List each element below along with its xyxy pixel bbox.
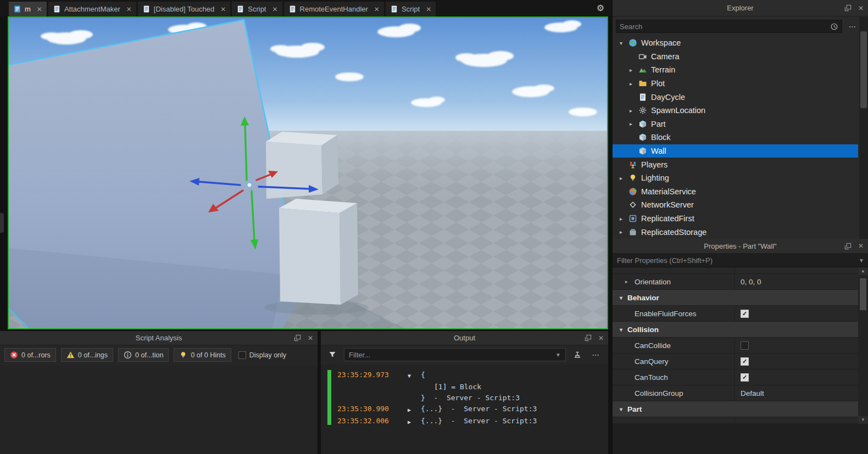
tab-close-icon[interactable]: ✕ [426, 5, 431, 13]
output-filter-combo[interactable]: Filter... ▼ [344, 348, 566, 361]
analysis-filter-button-warning[interactable]: 0 of...ings [61, 348, 113, 362]
more-options-icon[interactable]: ⋯ [589, 348, 603, 361]
tab-close-icon[interactable]: ✕ [37, 5, 42, 13]
tree-item-plot[interactable]: ▸Plot [613, 77, 858, 91]
properties-scrollbar[interactable]: ▲ ▼ [858, 267, 868, 424]
scrollbar-thumb[interactable] [860, 31, 867, 108]
unchecked-checkbox[interactable] [238, 351, 246, 359]
close-icon[interactable]: ✕ [858, 4, 864, 12]
clear-output-icon[interactable] [570, 348, 585, 361]
close-icon[interactable]: ✕ [598, 334, 604, 342]
tab-script[interactable]: Script✕ [232, 2, 282, 16]
right-dock: Explorer ✕ ⋯ ▾WorkspaceCamera▸Terrain▸Pl… [613, 0, 868, 454]
scroll-down-icon[interactable]: ▼ [858, 416, 868, 424]
3d-viewport[interactable] [8, 16, 608, 329]
tab-close-icon[interactable]: ✕ [220, 5, 226, 13]
chevron-down-icon[interactable]: ▼ [855, 257, 868, 264]
tab-close-icon[interactable]: ✕ [272, 5, 277, 13]
properties-filter-input[interactable] [613, 256, 855, 265]
block-3d-object-lower[interactable] [279, 199, 358, 305]
property-value[interactable]: Default [735, 385, 858, 401]
tab-m[interactable]: m✕ [9, 2, 47, 16]
filter-funnel-icon[interactable] [325, 348, 340, 361]
property-value[interactable]: 0, 0, 0 [735, 274, 858, 289]
chevron-right-icon[interactable]: ▸ [630, 81, 638, 87]
property-row-clipped [613, 417, 858, 424]
log-timestamp: 23:35:30.990 [337, 403, 408, 416]
property-value[interactable] [735, 417, 858, 423]
chevron-right-icon[interactable]: ▸ [620, 229, 628, 235]
output-log[interactable]: 23:35:29.973▼{[1] = Block} - Server - Sc… [321, 365, 608, 454]
chevron-right-icon[interactable]: ▸ [620, 175, 628, 181]
tree-item-camera[interactable]: Camera [613, 50, 858, 64]
properties-panel: Properties - Part "Wall" ✕ ▼ ▸Orientatio… [613, 239, 868, 454]
checked-checkbox[interactable]: ✓ [741, 357, 749, 366]
unchecked-checkbox[interactable] [741, 341, 749, 350]
tab-remoteeventhandler[interactable]: RemoteEventHandler✕ [284, 2, 384, 16]
chevron-right-icon[interactable]: ▸ [630, 67, 638, 73]
chevron-right-icon[interactable]: ▸ [625, 279, 631, 284]
gear-icon[interactable]: ⚙ [597, 3, 604, 13]
properties-bottom-gutter [613, 424, 868, 454]
chevron-right-icon[interactable]: ▸ [620, 216, 628, 222]
tree-item-daycycle[interactable]: DayCycle [613, 90, 858, 104]
property-value[interactable]: ✓ [735, 306, 858, 321]
chevron-right-icon[interactable]: ▸ [630, 121, 638, 127]
close-icon[interactable]: ✕ [308, 334, 313, 342]
expand-toggle-open-icon[interactable]: ▼ [408, 369, 421, 382]
tab-close-icon[interactable]: ✕ [374, 5, 380, 13]
output-log-line: } - Server - Script:3 [337, 393, 607, 403]
property-value[interactable]: ✓ [735, 354, 858, 369]
tree-item-replicatedfirst[interactable]: ▸ReplicatedFirst [613, 212, 858, 226]
script-analysis-content[interactable] [0, 366, 318, 454]
tree-item-lighting[interactable]: ▸Lighting [613, 171, 858, 185]
tree-item-players[interactable]: Players [613, 158, 858, 171]
float-panel-icon[interactable] [844, 243, 852, 250]
property-section-behavior[interactable]: ▾Behavior [613, 290, 858, 306]
close-icon[interactable]: ✕ [858, 242, 864, 250]
tab-attachmentmaker[interactable]: AttachmentMaker✕ [48, 2, 136, 16]
part-icon [638, 133, 648, 142]
float-panel-icon[interactable] [294, 334, 301, 341]
search-input[interactable] [620, 23, 830, 31]
collapsed-panel-handle[interactable] [0, 213, 4, 233]
checked-checkbox[interactable]: ✓ [741, 310, 749, 318]
search-history-icon[interactable] [830, 23, 838, 31]
explorer-scrollbar[interactable] [859, 17, 868, 239]
log-timestamp: 23:35:32.006 [337, 416, 408, 428]
display-only-toggle[interactable]: Display only [238, 351, 286, 359]
analysis-filter-button-info[interactable]: 0 of...tion [118, 348, 169, 362]
checked-checkbox[interactable]: ✓ [741, 373, 749, 382]
script-icon [53, 5, 61, 13]
tree-item-networkserver[interactable]: NetworkServer [613, 198, 858, 212]
analysis-filter-button-hint[interactable]: 0 of 0 Hints [174, 348, 231, 362]
tab-close-icon[interactable]: ✕ [126, 5, 132, 13]
tree-item-replicatedstorage[interactable]: ▸ReplicatedStorage [613, 225, 858, 239]
scrollbar-thumb[interactable] [860, 278, 866, 310]
tree-item-part[interactable]: ▸Part [613, 117, 858, 131]
property-section-collision[interactable]: ▾Collision [613, 322, 858, 338]
tree-item-wall[interactable]: Wall [613, 144, 858, 158]
property-value[interactable] [735, 338, 858, 353]
properties-title: Properties - Part "Wall" [704, 242, 776, 250]
property-value[interactable]: ✓ [735, 369, 858, 385]
expand-toggle-closed-icon[interactable]: ▶ [408, 416, 421, 428]
tree-item-materialservice[interactable]: MaterialService [613, 185, 858, 199]
expand-toggle-closed-icon[interactable]: ▶ [408, 403, 421, 416]
scroll-up-icon[interactable]: ▲ [858, 267, 868, 275]
chevron-right-icon[interactable]: ▸ [630, 108, 638, 114]
explorer-more-icon[interactable]: ⋯ [847, 20, 859, 33]
tree-item-block[interactable]: Block [613, 131, 858, 144]
tree-item-terrain[interactable]: ▸Terrain [613, 63, 858, 77]
server-context-bar [327, 370, 331, 425]
property-section-part[interactable]: ▾Part [613, 401, 858, 417]
analysis-filter-button-error[interactable]: 0 of...rors [4, 348, 56, 362]
float-panel-icon[interactable] [844, 4, 852, 12]
tab--disabled-touched[interactable]: [Disabled] Touched✕ [138, 2, 230, 16]
tree-item-workspace[interactable]: ▾Workspace [613, 36, 858, 50]
chevron-down-icon[interactable]: ▾ [620, 40, 628, 46]
tree-item-spawnlocation[interactable]: ▸SpawnLocation [613, 104, 858, 117]
float-panel-icon[interactable] [585, 334, 592, 341]
tab-script[interactable]: Script✕ [386, 2, 436, 16]
property-value[interactable] [735, 267, 858, 273]
